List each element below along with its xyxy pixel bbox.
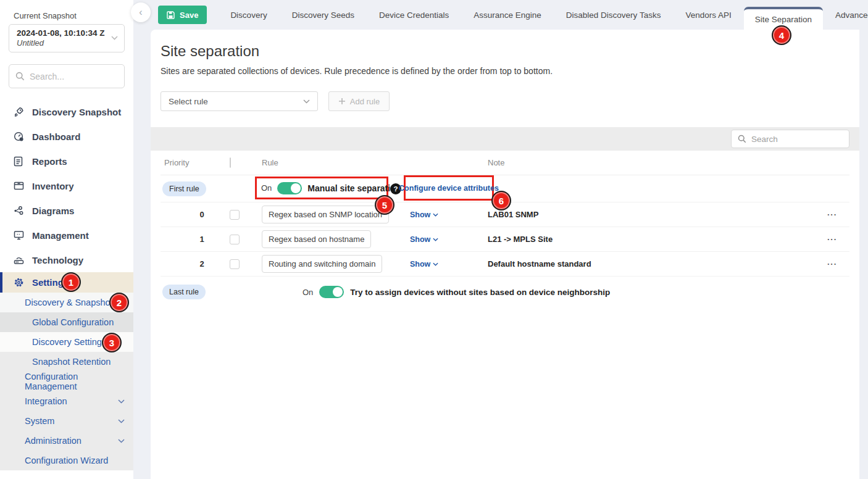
- save-button[interactable]: Save: [158, 6, 207, 24]
- row-checkbox[interactable]: [230, 235, 240, 244]
- column-header-priority: Priority: [161, 158, 230, 167]
- sidebar-search[interactable]: [9, 64, 125, 88]
- sidebar: Current Snapshot 2024-01-08, 10:10:34 Z …: [0, 0, 133, 479]
- page-title: Site separation: [161, 43, 849, 60]
- sidebar-item-snapshot-retention[interactable]: Snapshot Retention: [0, 352, 133, 372]
- row-actions-icon[interactable]: ···: [827, 259, 849, 269]
- tab-assurance-engine[interactable]: Assurance Engine: [461, 0, 554, 30]
- sidebar-item-reports[interactable]: Reports: [0, 149, 133, 173]
- tab-discovery-seeds[interactable]: Discovery Seeds: [280, 0, 367, 30]
- table-row: 2 Routing and switching domain Show Defa…: [161, 252, 849, 277]
- annotation-marker-2: 2: [109, 293, 129, 312]
- sidebar-item-integration[interactable]: Integration: [0, 391, 133, 411]
- rocket-icon: [14, 107, 24, 117]
- page-subtitle: Sites are separated collections of devic…: [161, 66, 849, 76]
- sidebar-item-configuration-management[interactable]: Configuration Management: [0, 372, 133, 391]
- table-row: 1 Regex based on hostname Show L21 -> MP…: [161, 227, 849, 252]
- sidebar-item-label: Integration: [0, 396, 67, 406]
- show-link[interactable]: Show: [410, 235, 438, 244]
- annotation-marker-4: 4: [772, 25, 791, 45]
- sidebar-item-label: Management: [32, 230, 89, 241]
- monitor-icon: [14, 230, 24, 240]
- priority-value: 1: [174, 235, 230, 244]
- sidebar-item-administration[interactable]: Administration: [0, 431, 133, 451]
- sidebar-item-label: Dashboard: [32, 131, 80, 142]
- sidebar-item-system[interactable]: System: [0, 411, 133, 431]
- manual-site-separation-label: Manual site separation: [307, 183, 401, 193]
- sidebar-item-global-configuration[interactable]: Global Configuration: [0, 312, 133, 332]
- sidebar-item-dashboard[interactable]: Dashboard: [0, 124, 133, 149]
- sidebar-item-discovery-snapshot[interactable]: Discovery Snapshot: [0, 99, 133, 124]
- toggle-state-label: On: [261, 183, 272, 193]
- sidebar-item-configuration-wizard[interactable]: Configuration Wizard: [0, 451, 133, 470]
- device-icon: [14, 255, 24, 265]
- device-neighborship-toggle[interactable]: [319, 286, 344, 298]
- rule-chip[interactable]: Regex based on SNMP location: [262, 206, 389, 223]
- sidebar-search-input[interactable]: [30, 72, 116, 81]
- column-header-rule: Rule: [262, 158, 488, 167]
- sidebar-item-diagrams[interactable]: Diagrams: [0, 198, 133, 223]
- row-actions-icon[interactable]: ···: [827, 210, 849, 219]
- sidebar-item-inventory[interactable]: Inventory: [0, 173, 133, 198]
- table-search-input[interactable]: [751, 135, 838, 144]
- annotation-marker-1: 1: [61, 272, 81, 292]
- configure-device-attributes-link[interactable]: Configure device attributes: [399, 184, 499, 193]
- sidebar-item-label: Global Configuration: [0, 317, 114, 327]
- sidebar-item-label: Snapshot Retention: [0, 357, 111, 367]
- select-rule-dropdown[interactable]: Select rule: [161, 91, 318, 111]
- rule-chip[interactable]: Regex based on hostname: [262, 230, 371, 248]
- annotation-marker-3: 3: [102, 333, 122, 352]
- tab-disabled-discovery-tasks[interactable]: Disabled Discovery Tasks: [554, 0, 674, 30]
- row-actions-icon[interactable]: ···: [827, 235, 849, 244]
- annotation-marker-6: 6: [491, 191, 511, 210]
- note-value: L21 -> MPLS Site: [488, 235, 827, 244]
- sidebar-item-technology[interactable]: Technology: [0, 248, 133, 272]
- last-rule-badge: Last rule: [162, 285, 206, 299]
- tab-vendors-api[interactable]: Vendors API: [673, 0, 743, 30]
- report-icon: [14, 156, 24, 167]
- sidebar-collapse-button[interactable]: ‹: [131, 2, 151, 22]
- chevron-down-icon: [118, 399, 125, 404]
- tab-discovery[interactable]: Discovery: [218, 0, 279, 30]
- chevron-down-icon: [118, 439, 125, 443]
- sidebar-item-settings[interactable]: Settings 1: [0, 272, 133, 293]
- sidebar-item-label: Discovery Snapshot: [32, 107, 121, 117]
- search-icon: [15, 72, 25, 81]
- priority-value: 0: [174, 210, 230, 219]
- add-rule-button[interactable]: Add rule: [328, 91, 390, 111]
- rule-chip[interactable]: Routing and switching domain: [262, 255, 382, 273]
- annotation-box-manual-site-separation: On Manual site separation: [255, 177, 388, 199]
- manual-site-separation-toggle[interactable]: [277, 182, 302, 194]
- note-value: Default hostname standard: [488, 259, 827, 269]
- rule-controls: Select rule Add rule: [161, 91, 849, 111]
- sidebar-item-label: Administration: [0, 436, 81, 446]
- select-all-checkbox[interactable]: [230, 157, 231, 168]
- last-rule-row: Last rule On Try to assign devices witho…: [161, 280, 849, 304]
- current-snapshot-label: Current Snapshot: [0, 0, 133, 24]
- table-search[interactable]: [731, 130, 849, 148]
- snapshot-selector[interactable]: 2024-01-08, 10:10:34 Z Untitled: [9, 24, 125, 52]
- show-link[interactable]: Show: [410, 210, 438, 219]
- row-checkbox[interactable]: [230, 210, 240, 220]
- chevron-down-icon: [111, 36, 118, 40]
- sidebar-item-management[interactable]: Management: [0, 223, 133, 248]
- sidebar-item-label: Technology: [32, 255, 83, 265]
- sidebar-item-label: Inventory: [32, 181, 74, 191]
- sidebar-item-label: Discovery & Snapshots: [0, 298, 117, 307]
- tabs: Discovery Discovery Seeds Device Credent…: [218, 0, 868, 30]
- tab-advanced-cli[interactable]: Advanced CLI: [823, 0, 868, 30]
- row-checkbox[interactable]: [230, 259, 240, 269]
- chevron-left-icon: ‹: [139, 7, 142, 18]
- annotation-box-configure-device-attributes: Configure device attributes: [404, 175, 494, 201]
- show-link[interactable]: Show: [410, 260, 438, 269]
- sidebar-item-discovery-settings[interactable]: Discovery Settings 3: [0, 332, 133, 352]
- sidebar-item-label: Configuration Wizard: [0, 456, 108, 465]
- annotation-marker-5: 5: [375, 195, 394, 215]
- table-header: Priority Rule Note: [161, 151, 849, 175]
- sidebar-item-label: Diagrams: [32, 206, 74, 216]
- priority-value: 2: [174, 259, 230, 269]
- diagram-nodes-icon: [14, 206, 24, 216]
- tab-device-credentials[interactable]: Device Credentials: [367, 0, 461, 30]
- sidebar-item-discovery-and-snapshots[interactable]: Discovery & Snapshots 2: [0, 293, 133, 312]
- floppy-save-icon: [167, 11, 175, 19]
